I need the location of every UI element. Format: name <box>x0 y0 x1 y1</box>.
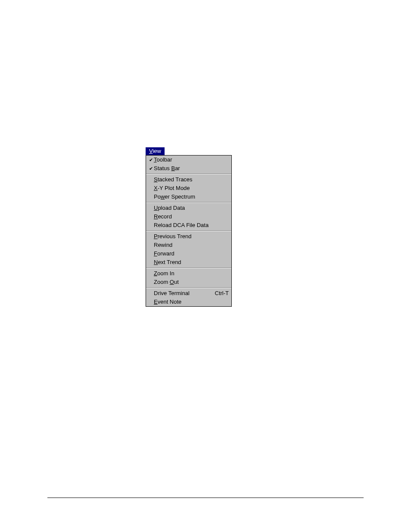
menu-item-label-post: oolbar <box>157 156 172 163</box>
menu-item-mnemonic: w <box>161 193 165 200</box>
menu-separator <box>146 174 231 174</box>
menu-item-mnemonic: N <box>154 259 158 265</box>
menu-item-label: Toolbar <box>154 156 229 164</box>
menu-item-previous-trend[interactable]: Previous Trend <box>146 232 231 241</box>
menu-item-label: Record <box>154 213 229 221</box>
menu-item-zoom-out[interactable]: Zoom Out <box>146 278 231 286</box>
menu-item-label: Previous Trend <box>154 233 229 240</box>
view-menu-title-post: iew <box>153 148 161 154</box>
menu-item-power-spectrum[interactable]: Power Spectrum <box>146 193 231 201</box>
menu-item-upload-data[interactable]: Upload Data <box>146 204 231 212</box>
menu-item-label-post: revious Trend <box>158 233 192 240</box>
menu-item-label-post: oom In <box>157 270 174 277</box>
menu-item-label-pre: Drive Terminal <box>154 290 190 296</box>
menu-item-mnemonic: F <box>154 250 157 257</box>
menu-item-mnemonic: B <box>171 165 175 171</box>
menu-item-status-bar[interactable]: ✔Status Bar <box>146 164 231 173</box>
menu-item-label: Zoom In <box>154 270 229 277</box>
menu-item-mnemonic: R <box>154 213 158 220</box>
menu-item-label: Forward <box>154 250 229 258</box>
menu-item-label-post: er Spectrum <box>165 193 195 200</box>
menu-item-label-post: ut <box>174 279 179 285</box>
footer-rule <box>47 498 364 498</box>
menu-item-forward[interactable]: Forward <box>146 249 231 258</box>
menu-item-event-note[interactable]: Event Note <box>146 298 231 306</box>
menu-item-label: Drive Terminal <box>154 289 210 297</box>
menu-item-label: Upload Data <box>154 204 229 212</box>
menu-item-toolbar[interactable]: ✔Toolbar <box>146 156 231 164</box>
menu-item-mnemonic: P <box>154 233 158 240</box>
menu-item-label-pre: Reload DCA File Data <box>154 222 209 228</box>
document-page: View ✔Toolbar✔Status BarStacked TracesX-… <box>0 0 411 532</box>
menu-item-xy-plot-mode[interactable]: X-Y Plot Mode <box>146 184 231 193</box>
menu-item-label: Event Note <box>154 298 229 306</box>
menu-item-label-post: ar <box>175 165 180 171</box>
menu-separator <box>146 268 231 268</box>
menu-item-label: Next Trend <box>154 258 229 266</box>
menu-item-drive-terminal[interactable]: Drive TerminalCtrl-T <box>146 289 231 298</box>
menu-separator <box>146 202 231 203</box>
menu-separator <box>146 287 231 288</box>
menu-item-mnemonic: X <box>154 185 158 191</box>
menu-item-label-post: tacked Traces <box>158 176 193 183</box>
menu-item-label-post: -Y Plot Mode <box>158 185 190 191</box>
check-icon: ✔ <box>148 156 154 164</box>
menu-separator <box>146 230 231 231</box>
menu-item-label-post: pload Data <box>158 205 185 211</box>
check-icon: ✔ <box>148 165 154 172</box>
menu-item-label-post: ext Trend <box>158 259 181 265</box>
menu-item-label-pre: Zoom <box>154 279 170 285</box>
menu-item-next-trend[interactable]: Next Trend <box>146 258 231 267</box>
menu-item-record[interactable]: Record <box>146 212 231 221</box>
menu-item-reload-dca[interactable]: Reload DCA File Data <box>146 221 231 230</box>
menu-item-label: Zoom Out <box>154 278 229 286</box>
menu-item-label-post: orward <box>157 250 174 257</box>
menu-item-label: Power Spectrum <box>154 193 229 201</box>
menu-item-label-post: ecord <box>158 213 172 220</box>
menu-item-zoom-in[interactable]: Zoom In <box>146 269 231 278</box>
menu-item-label: Stacked Traces <box>154 176 229 184</box>
menu-item-label-post: vent Note <box>158 299 182 305</box>
menu-item-mnemonic: U <box>154 205 158 211</box>
menu-item-rewind[interactable]: Rewind <box>146 241 231 249</box>
view-menu-body: ✔Toolbar✔Status BarStacked TracesX-Y Plo… <box>146 155 232 307</box>
menu-item-label-pre: Po <box>154 193 161 200</box>
menu-item-mnemonic: E <box>154 299 158 305</box>
menu-item-stacked-traces[interactable]: Stacked Traces <box>146 175 231 184</box>
menu-item-label: Reload DCA File Data <box>154 221 229 229</box>
menu-item-mnemonic: S <box>154 176 158 183</box>
menu-item-label: Status Bar <box>154 165 229 172</box>
menu-item-label: Rewind <box>154 241 229 249</box>
menu-item-label: X-Y Plot Mode <box>154 184 229 192</box>
menu-item-mnemonic: O <box>170 279 174 285</box>
menu-item-label-pre: Status <box>154 165 171 171</box>
view-menu-title[interactable]: View <box>146 147 165 155</box>
menu-item-label-pre: Rewind <box>154 242 172 248</box>
view-menu: View ✔Toolbar✔Status BarStacked TracesX-… <box>146 147 233 307</box>
menu-item-mnemonic: Z <box>154 270 157 277</box>
menu-item-shortcut: Ctrl-T <box>210 289 229 297</box>
